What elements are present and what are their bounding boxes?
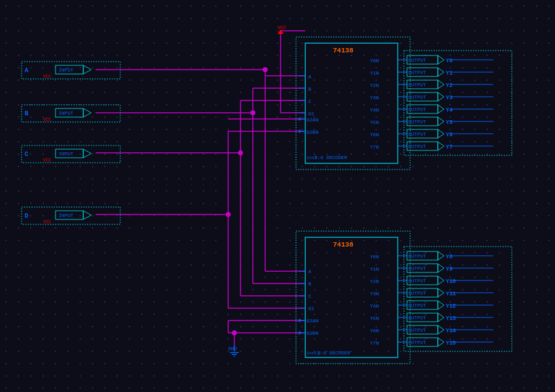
ic2-y4n-label: Y4N [370,303,379,309]
out-buf-y15-label: OUTPUT [408,340,426,345]
input-d-label: INPUT [59,213,73,218]
ic1-border [296,37,410,169]
ic1-y4n-label: Y4N [370,107,379,113]
out-y10: Y10 [446,279,456,285]
ic1-pin-a: A [308,74,311,80]
ic2-y6n-label: Y6N [370,328,379,333]
input-d-sub: VCC [43,219,51,224]
ic1-pin-c: C [308,99,311,104]
out-arr-y2 [438,80,444,89]
out-buf-y14-label: OUTPUT [408,327,426,333]
ic1-pin-b: B [308,86,311,92]
svg-point-7 [178,184,179,186]
out-buf-y3-label: OUTPUT [408,94,426,100]
ic2-border [296,231,410,364]
input-c-letter: C [25,151,28,158]
out-y3: Y3 [446,95,453,101]
ic2-pin-g2an: G2AN [306,318,318,324]
ic2-y2n-label: Y2N [370,279,379,284]
out-arr-y10 [438,276,444,285]
ic2-y3n-label: Y3N [370,291,379,296]
out-y9: Y9 [446,266,453,272]
ic1-y6n-label: Y6N [370,132,379,137]
ic2-y1n-label: Y1N [370,266,379,272]
ic1-pin-g2bn: G2BN [306,129,318,135]
ic1-pin-g2an: G2AN [306,117,318,123]
out-y4: Y4 [446,107,453,113]
input-d-letter: D [25,213,28,219]
junction-gnd [232,330,237,335]
input-a-label: INPUT [59,67,73,73]
input-a-letter: A [25,67,28,74]
input-d-arr [83,211,91,219]
ic2-pin-a: A [308,269,311,274]
out-arr-y3 [438,92,444,101]
out-arr-y4 [438,105,444,113]
ic1-y3n-label: Y3N [370,95,379,100]
out-y2: Y2 [446,83,453,89]
input-a-sub: VCC [43,74,51,79]
out-buf-y6-label: OUTPUT [408,131,426,137]
out-arr-y5 [438,117,444,126]
ic2-y0n-label: Y0N [370,254,379,259]
out-y13: Y13 [446,316,456,322]
out-y6: Y6 [446,132,453,138]
out-y7: Y7 [446,144,453,150]
ic1-title: 74138 [333,47,353,54]
input-b-sub: VCC [43,117,51,122]
out-arr-y9 [438,264,444,272]
svg-point-2 [117,184,118,186]
ic2-pin-g1: G1 [308,306,314,311]
out-y8: Y8 [446,254,453,260]
vcc-label: VCC [278,25,287,30]
out-y12: Y12 [446,303,456,309]
ic1-y2n-label: Y2N [370,83,379,88]
out-buf-y5-label: OUTPUT [408,119,426,125]
out-y1: Y1 [446,70,453,76]
ic1-y5n-label: Y5N [370,120,379,125]
out-buf-y7-label: OUTPUT [408,144,426,149]
svg-point-1 [104,184,105,186]
ic2-y7n-label: Y7N [370,340,379,346]
ic2-type: 3:8 DECODER [318,350,350,356]
ic1-type: 3:8 DECODER [314,155,347,160]
input-c-arr [83,149,91,158]
ic1-y1n-label: Y1N [370,70,379,76]
svg-point-9 [203,184,204,186]
input-b-letter: B [25,110,28,117]
ic2-title: 74138 [333,241,353,248]
out-arr-y12 [438,301,444,309]
out-arr-y0 [438,55,444,64]
ic1-y0n-label: Y0N [370,58,379,63]
out-y0: Y0 [446,58,453,64]
ic2-pin-c: C [308,293,311,299]
svg-point-5 [154,184,155,186]
ic2-box [305,237,398,357]
svg-point-4 [141,184,142,186]
schematic-canvas: 74138 A B C G1 G2AN G2BN Y0N Y1N Y2N Y3N… [0,0,555,392]
out-ic1-border [404,51,512,155]
ic1-box [305,43,398,163]
junction-c [238,150,243,155]
ic2-pin-g2bn: G2BN [306,330,318,336]
out-arr-y7 [438,142,444,150]
svg-point-3 [129,184,130,186]
out-arr-y11 [438,288,444,297]
svg-point-0 [92,184,93,186]
junction-a [263,67,268,72]
out-buf-y8-label: OUTPUT [408,253,426,259]
out-arr-y1 [438,68,444,76]
input-c-sub: VCC [43,158,51,163]
vcc-arrow [278,30,284,34]
out-buf-y0-label: OUTPUT [408,57,426,63]
out-arr-y8 [438,251,444,260]
out-y14: Y14 [446,328,456,334]
out-buf-y12-label: OUTPUT [408,303,426,308]
out-y5: Y5 [446,120,453,126]
input-a-arr [83,65,91,74]
out-arr-y14 [438,325,444,334]
out-arr-y15 [438,338,444,346]
input-b-label: INPUT [59,110,73,116]
out-buf-y13-label: OUTPUT [408,315,426,321]
ic1-y7n-label: Y7N [370,144,379,150]
